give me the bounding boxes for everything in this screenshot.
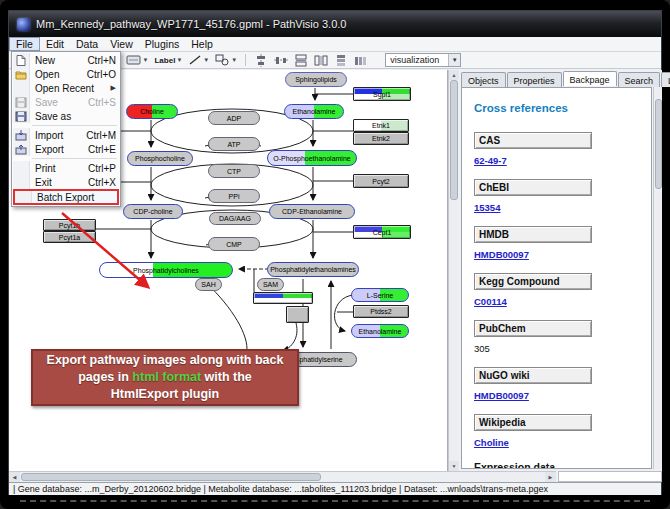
node-ppi[interactable]: PPi xyxy=(208,189,260,203)
xref-header-cas: CAS xyxy=(474,132,592,149)
file-menu-item-save[interactable]: SaveCtrl+S xyxy=(13,95,119,109)
node-sam[interactable]: SAM xyxy=(257,278,284,291)
node-pcyt2[interactable]: Pcyt2 xyxy=(353,174,409,188)
tab-legend[interactable]: Legend xyxy=(661,72,670,87)
node-phosphatidylethanolamines[interactable]: Phosphatidylethanolamines xyxy=(267,262,359,277)
xref-link[interactable]: HMDB00097 xyxy=(474,249,529,260)
xref-link[interactable]: HMDB00097 xyxy=(474,390,529,401)
xref-header-nugo-wiki: NuGO wiki xyxy=(474,367,592,384)
file-menu-item-exit[interactable]: ExitCtrl+X xyxy=(13,175,119,189)
menu-item-shortcut: Ctrl+P xyxy=(80,163,116,174)
node-ptdss2[interactable]: Ptdss2 xyxy=(353,305,409,318)
node-atp[interactable]: ATP xyxy=(208,137,260,151)
panel-vertical-scrollbar[interactable] xyxy=(653,87,662,469)
node-choline-top[interactable]: Choline xyxy=(126,104,178,119)
file-menu-item-print[interactable]: PrintCtrl+P xyxy=(13,161,119,175)
menu-file[interactable]: File xyxy=(9,37,40,51)
node-label: Ethanolamine xyxy=(359,328,402,335)
line-tool-button[interactable]: ▼ xyxy=(186,53,211,68)
menu-edit[interactable]: Edit xyxy=(40,37,70,51)
menu-plugins[interactable]: Plugins xyxy=(139,37,185,51)
node-pemt-box[interactable] xyxy=(253,292,313,304)
node-etnk1[interactable]: Etnk1 xyxy=(353,119,409,132)
canvas-horizontal-scrollbar[interactable]: ◀ ▶ xyxy=(9,471,556,482)
node-label: ADP xyxy=(227,115,241,122)
node-cdp-choline[interactable]: CDP-choline xyxy=(123,204,183,219)
file-menu-item-new[interactable]: NewCtrl+N xyxy=(13,53,119,67)
xref-link[interactable]: 15354 xyxy=(474,202,500,213)
align-vertical-center-button[interactable] xyxy=(272,53,290,68)
menu-view[interactable]: View xyxy=(104,37,139,51)
node-cdp-ethanolamine[interactable]: CDP-Ethanolamine xyxy=(269,204,355,219)
xref-value-kegg-compound: C00114 xyxy=(474,296,651,307)
menu-item-shortcut: Ctrl+O xyxy=(79,69,116,80)
node-l-serine[interactable]: L-Serine xyxy=(351,288,409,302)
gene-product-icon xyxy=(126,54,142,66)
node-sphingolipids[interactable]: Sphingolipids xyxy=(285,72,347,87)
node-cept1[interactable]: Cept1 xyxy=(353,225,411,239)
menu-data[interactable]: Data xyxy=(70,37,104,51)
scrollbar-thumb[interactable] xyxy=(450,80,458,200)
toolbar-separator xyxy=(245,54,246,66)
shape-tool-button[interactable]: ▼ xyxy=(213,53,239,68)
menu-separator xyxy=(32,158,117,159)
set-common-height-button[interactable] xyxy=(312,53,330,68)
align-horizontal-center-button[interactable] xyxy=(252,53,270,68)
node-label: Ptdss2 xyxy=(370,308,391,315)
file-menu-item-batch-export[interactable]: Batch Export xyxy=(13,189,119,205)
node-phosphocholine[interactable]: Phosphocholine xyxy=(127,151,193,166)
title-bar[interactable]: Mm_Kennedy_pathway_WP1771_45176.gpml - P… xyxy=(9,11,661,37)
scroll-down-icon[interactable]: ▼ xyxy=(449,461,459,471)
stack-vertical-button[interactable] xyxy=(332,53,350,68)
label-tool-button[interactable]: Label ▼ xyxy=(152,53,184,68)
stack-horizontal-button[interactable] xyxy=(352,53,370,68)
node-hidden-gene-box[interactable] xyxy=(286,306,309,323)
file-menu-item-import[interactable]: ImportCtrl+M xyxy=(13,128,119,142)
node-etnk2[interactable]: Etnk2 xyxy=(353,132,409,145)
node-label: CTP xyxy=(227,168,241,175)
menu-item-label: Save as xyxy=(30,111,71,122)
menu-icon-blank xyxy=(15,191,32,203)
chevron-down-icon[interactable]: ▼ xyxy=(448,54,460,66)
stack-horizontal-icon xyxy=(354,54,368,67)
node-label: Pcyt2 xyxy=(372,178,390,185)
backpage-panel[interactable]: Cross references CAS62-49-7ChEBI15354HMD… xyxy=(461,87,652,469)
scrollbar-thumb[interactable] xyxy=(21,473,321,481)
file-menu-item-open[interactable]: OpenCtrl+O xyxy=(13,67,119,81)
visualization-combobox[interactable]: visualization ▼ xyxy=(385,53,461,67)
node-ethanolamine-bottom[interactable]: Ethanolamine xyxy=(351,324,409,338)
xref-value-cas: 62-49-7 xyxy=(474,155,651,166)
node-label: Sgpl1 xyxy=(373,91,391,98)
node-adp[interactable]: ADP xyxy=(208,111,260,125)
node-phosphatidylcholines[interactable]: Phosphatidylcholines xyxy=(99,262,233,278)
import-icon xyxy=(13,128,30,142)
set-common-width-button[interactable] xyxy=(292,53,310,68)
tab-search[interactable]: Search xyxy=(618,72,661,87)
node-pcyt1a[interactable]: Pcyt1a xyxy=(43,231,96,243)
xref-link[interactable]: 62-49-7 xyxy=(474,155,507,166)
node-ethanolamine-top[interactable]: Ethanolamine xyxy=(284,104,344,119)
file-menu-item-open-recent[interactable]: Open Recent▶ xyxy=(13,81,119,95)
scroll-up-icon[interactable]: ▲ xyxy=(449,70,459,80)
scroll-right-icon[interactable]: ▶ xyxy=(545,472,556,482)
node-dag-aag[interactable]: DAG/AAG xyxy=(209,212,261,225)
xref-link[interactable]: C00114 xyxy=(474,296,507,307)
tab-properties[interactable]: Properties xyxy=(507,72,562,87)
node-pcyt1b[interactable]: Pcyt1b xyxy=(43,219,96,231)
tab-backpage[interactable]: Backpage xyxy=(563,71,617,86)
xref-link[interactable]: Choline xyxy=(474,437,509,448)
node-ctp[interactable]: CTP xyxy=(208,164,260,178)
menu-help[interactable]: Help xyxy=(185,37,219,51)
node-sgpl1[interactable]: Sgpl1 xyxy=(353,87,411,101)
node-o-phosphoethanolamine[interactable]: O-Phosphoethanolamine xyxy=(267,150,357,166)
gene-product-tool-button[interactable]: ▼ xyxy=(124,53,151,68)
scroll-left-icon[interactable]: ◀ xyxy=(9,472,20,482)
file-menu-item-export[interactable]: ExportCtrl+E xyxy=(13,142,119,156)
canvas-vertical-scrollbar[interactable]: ▲ ▼ xyxy=(448,70,458,471)
tab-objects[interactable]: Objects xyxy=(461,72,506,87)
file-menu-item-save-as[interactable]: Save as xyxy=(13,109,119,123)
node-sah[interactable]: SAH xyxy=(195,278,222,291)
node-cmp[interactable]: CMP xyxy=(208,237,260,251)
scrollbar-thumb[interactable] xyxy=(655,99,662,189)
xref-header-hmdb: HMDB xyxy=(474,226,592,243)
